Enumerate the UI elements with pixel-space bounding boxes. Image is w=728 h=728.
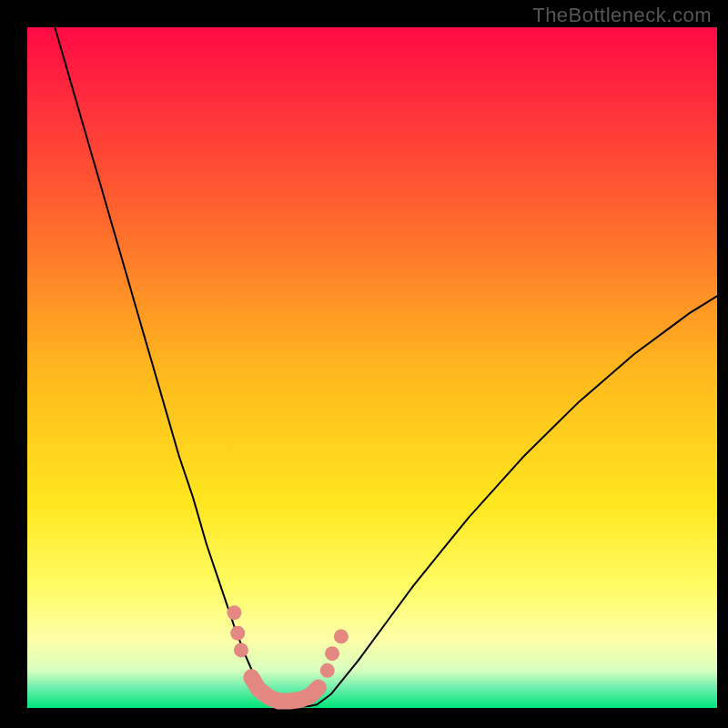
right-marker-dot — [334, 629, 349, 643]
left-marker-dot — [227, 605, 241, 620]
watermark-text: TheBottleneck.com — [532, 4, 712, 27]
left-marker-dot — [234, 642, 248, 657]
left-marker-dot — [230, 626, 245, 641]
right-marker-dot — [320, 663, 335, 678]
bottleneck-chart — [0, 0, 728, 728]
right-marker-dot — [325, 646, 339, 661]
plot-background — [27, 27, 717, 708]
chart-frame: TheBottleneck.com — [0, 0, 728, 728]
